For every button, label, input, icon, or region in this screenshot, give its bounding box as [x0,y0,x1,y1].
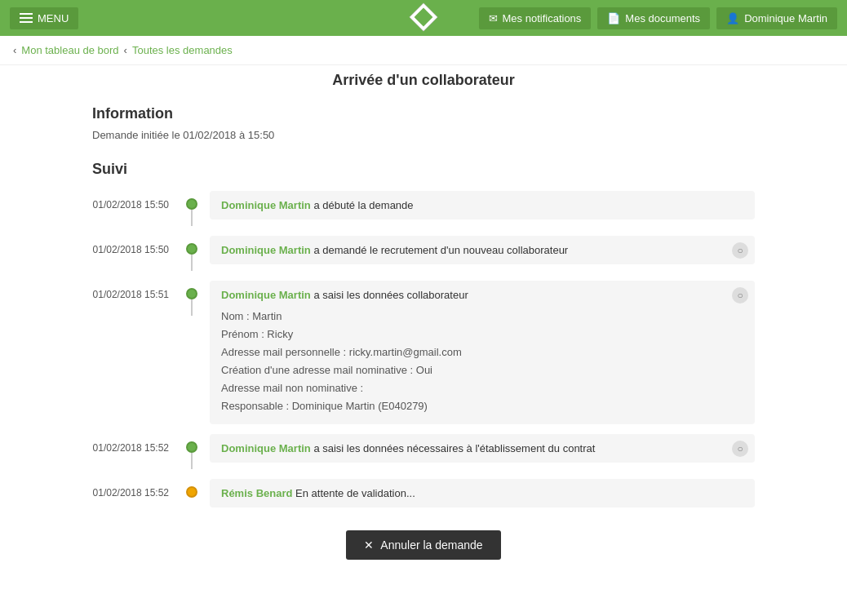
user-label: Dominique Martin [744,12,827,24]
header-left: MENU [10,7,78,29]
timeline-item: 01/02/2018 15:52Dominique Martin a saisi… [92,434,755,469]
envelope-icon: ✉ [489,12,498,24]
timeline-line-wrap [182,479,202,498]
timeline-dot [186,243,197,255]
timeline-user: Dominique Martin [221,199,311,211]
times-icon: ✕ [364,538,374,552]
menu-icon [20,13,33,23]
timeline-connector [191,453,193,469]
breadcrumb-sep1: ‹ [13,44,16,56]
timeline-expand-button[interactable]: ○ [732,441,748,457]
timeline-card: Dominique Martin a saisi les données néc… [210,434,755,463]
suivi-section: Suivi 01/02/2018 15:50Dominique Martin a… [92,161,755,507]
detail-row: Responsable : Dominique Martin (E040279) [221,397,743,415]
detail-row: Prénom : Ricky [221,326,743,343]
timeline-expand-button[interactable]: ○ [732,287,748,304]
timeline-date: 01/02/2018 15:52 [92,434,182,454]
detail-row: Adresse mail personnelle : ricky.martin@… [221,343,743,361]
timeline-dot [186,198,197,210]
timeline-dot [186,441,197,453]
timeline-connector [191,299,193,316]
timeline-date: 01/02/2018 15:50 [92,236,182,255]
timeline-item: 01/02/2018 15:50Dominique Martin a deman… [92,236,755,271]
header-right: ✉ Mes notifications 📄 Mes documents 👤 Do… [479,7,837,29]
notifications-button[interactable]: ✉ Mes notifications [479,7,592,29]
logo [408,2,439,35]
cancel-label: Annuler la demande [380,538,482,552]
timeline-date: 01/02/2018 15:52 [92,479,182,499]
timeline-action: a saisi les données nécessaires à l'étab… [311,442,596,454]
timeline-date: 01/02/2018 15:50 [92,191,182,211]
timeline-date: 01/02/2018 15:51 [92,281,182,300]
timeline-line-wrap [182,281,202,316]
breadcrumb-sep2: ‹ [124,44,127,56]
cancel-button[interactable]: ✕ Annuler la demande [346,530,500,560]
header: MENU ✉ Mes notifications 📄 Mes documents… [0,0,847,36]
logo-diamond-icon [408,2,439,33]
timeline-action: a demandé le recrutement d'un nouveau co… [311,244,568,256]
timeline-item: 01/02/2018 15:50Dominique Martin a début… [92,191,755,226]
timeline-connector [191,210,193,226]
menu-label: MENU [38,12,69,24]
timeline-connector [191,255,193,271]
breadcrumb-parent[interactable]: Toutes les demandes [132,44,233,56]
timeline-item: 01/02/2018 15:52Rémis Benard En attente … [92,479,755,507]
timeline-line-wrap [182,236,202,271]
timeline-expand-button[interactable]: ○ [732,242,748,259]
timeline: 01/02/2018 15:50Dominique Martin a début… [92,191,755,507]
detail-row: Adresse mail non nominative : [221,379,743,397]
timeline-item: 01/02/2018 15:51Dominique Martin a saisi… [92,281,755,424]
breadcrumb: ‹ Mon tableau de bord ‹ Toutes les deman… [0,36,847,65]
timeline-user: Dominique Martin [221,289,311,301]
suivi-title: Suivi [92,161,755,178]
main-content: Information Demande initiée le 01/02/201… [73,92,774,605]
detail-row: Nom : Martin [221,308,743,326]
timeline-dot [186,486,197,498]
information-section: Information Demande initiée le 01/02/201… [92,105,755,141]
cancel-section: ✕ Annuler la demande [92,530,755,560]
timeline-card: Dominique Martin a demandé le recrutemen… [210,236,755,264]
timeline-user: Rémis Benard [221,487,292,499]
breadcrumb-home[interactable]: Mon tableau de bord [21,44,118,56]
documents-label: Mes documents [625,12,700,24]
information-title: Information [92,105,755,122]
timeline-card: Dominique Martin a débuté la demande [210,191,755,219]
information-date: Demande initiée le 01/02/2018 à 15:50 [92,129,755,141]
menu-button[interactable]: MENU [10,7,78,29]
notifications-label: Mes notifications [503,12,582,24]
timeline-line-wrap [182,191,202,226]
timeline-action: a débuté la demande [311,199,414,211]
timeline-card: Rémis Benard En attente de validation... [210,479,755,507]
timeline-user: Dominique Martin [221,244,311,256]
timeline-user: Dominique Martin [221,442,311,454]
user-button[interactable]: 👤 Dominique Martin [716,7,837,29]
timeline-action: En attente de validation... [292,487,415,499]
timeline-dot [186,288,197,299]
timeline-card: Dominique Martin a saisi les données col… [210,281,755,424]
timeline-line-wrap [182,434,202,469]
documents-button[interactable]: 📄 Mes documents [597,7,710,29]
page-title: Arrivée d'un collaborateur [0,65,847,92]
detail-row: Création d'une adresse mail nominative :… [221,361,743,379]
timeline-action: a saisi les données collaborateur [311,289,468,301]
timeline-details: Nom : MartinPrénom : RickyAdresse mail p… [221,308,743,416]
document-icon: 📄 [607,12,620,24]
user-icon: 👤 [726,12,739,24]
